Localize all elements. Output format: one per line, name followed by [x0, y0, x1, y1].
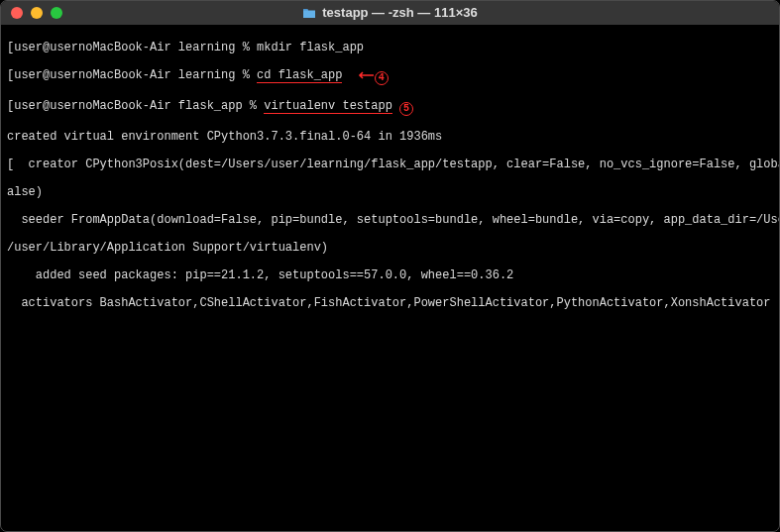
- blank-line: [7, 490, 773, 504]
- output: [ creator CPython3Posix(dest=/Users/user…: [7, 158, 773, 171]
- folder-icon: [302, 8, 316, 19]
- traffic-lights: [11, 7, 62, 19]
- blank-line: [7, 379, 773, 393]
- output: alse): [7, 185, 773, 199]
- annotation-number: 4: [375, 71, 389, 85]
- annotation-number: 5: [399, 102, 413, 116]
- output: activators BashActivator,CShellActivator…: [7, 296, 773, 310]
- prompt: [user@usernoMacBook-Air flask_app %: [7, 99, 264, 113]
- blank-line: [7, 324, 773, 338]
- blank-line: [7, 407, 773, 421]
- blank-line: [7, 352, 773, 366]
- terminal-window: testapp — -zsh — 111×36 [user@usernoMacB…: [0, 0, 780, 532]
- window-title: testapp — -zsh — 111×36: [1, 6, 779, 20]
- command: mkdir flask_app: [257, 41, 364, 54]
- output: created virtual environment CPython3.7.3…: [7, 130, 773, 144]
- command: virtualenv testapp: [264, 99, 392, 114]
- blank-line: [7, 518, 773, 531]
- command: cd flask_app: [257, 68, 342, 83]
- prompt: [user@usernoMacBook-Air learning %: [7, 68, 257, 82]
- output: added seed packages: pip==21.1.2, setupt…: [7, 268, 773, 282]
- titlebar[interactable]: testapp — -zsh — 111×36: [1, 1, 779, 25]
- output: seeder FromAppData(download=False, pip=b…: [7, 213, 773, 227]
- blank-line: [7, 435, 773, 449]
- annotation-arrow-icon: [357, 68, 375, 82]
- term-line: [user@usernoMacBook-Air learning % cd fl…: [7, 68, 773, 85]
- prompt: [user@usernoMacBook-Air learning %: [7, 41, 257, 54]
- term-line: [user@usernoMacBook-Air flask_app % virt…: [7, 99, 773, 116]
- term-line: [user@usernoMacBook-Air learning % mkdir…: [7, 41, 773, 54]
- minimize-icon[interactable]: [31, 7, 43, 19]
- output: /user/Library/Application Support/virtua…: [7, 241, 773, 255]
- terminal-area[interactable]: [user@usernoMacBook-Air learning % mkdir…: [1, 25, 779, 531]
- zoom-icon[interactable]: [51, 7, 62, 19]
- close-icon[interactable]: [11, 7, 23, 19]
- blank-line: [7, 463, 773, 477]
- window-title-text: testapp — -zsh — 111×36: [322, 6, 477, 20]
